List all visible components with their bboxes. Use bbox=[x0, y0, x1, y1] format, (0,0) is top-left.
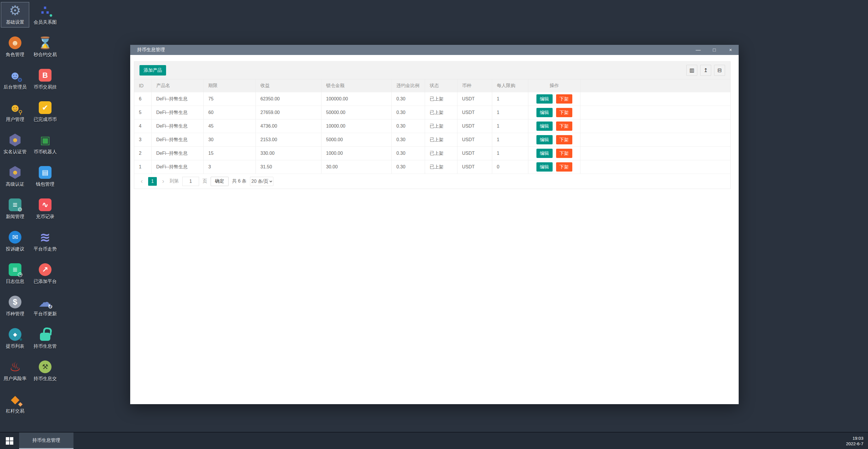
icon-advanced-auth[interactable]: ☻✔高级认证 bbox=[1, 164, 29, 189]
delist-button[interactable]: 下架 bbox=[556, 94, 572, 103]
window-title-bar[interactable]: 持币生息管理 — □ × bbox=[130, 45, 739, 55]
actions-cell: 编辑下架 bbox=[528, 147, 580, 160]
page-size-select[interactable]: 20 条/页 bbox=[250, 177, 273, 186]
delist-button[interactable]: 下架 bbox=[556, 162, 572, 171]
column-header-7: 币种 bbox=[458, 79, 492, 92]
icon-platform-coin-update-art: ☁↻ bbox=[39, 296, 52, 309]
icon-leverage-trade[interactable]: ◆◆杠杆交易 bbox=[1, 391, 29, 416]
icon-coin-management[interactable]: $币种管理 bbox=[1, 294, 29, 319]
close-button[interactable]: × bbox=[722, 45, 739, 55]
start-button[interactable] bbox=[0, 432, 19, 449]
column-header-5: 违约金比例 bbox=[392, 79, 425, 92]
icon-completed-coin-trade-label: 已完成币币 bbox=[31, 117, 59, 123]
edit-button[interactable]: 编辑 bbox=[536, 149, 553, 158]
filter-columns-icon[interactable]: ▥ bbox=[686, 65, 697, 76]
clock-date: 2022-6-7 bbox=[846, 441, 863, 446]
icon-user-risk-rate[interactable]: ♨用户风险率 bbox=[1, 359, 29, 384]
icon-news-management[interactable]: ≡⚙新闻管理 bbox=[1, 197, 29, 222]
icon-realname-auth-art: ☻✔ bbox=[9, 134, 22, 147]
cell: DeFi--持幣生息 bbox=[152, 147, 204, 160]
edit-button[interactable]: 编辑 bbox=[536, 108, 553, 117]
cell: USDT bbox=[458, 106, 492, 119]
edit-button[interactable]: 编辑 bbox=[536, 122, 553, 131]
icon-wallet-management-glyph: ▤ bbox=[42, 169, 49, 176]
icon-coin-trade-pending[interactable]: B币币交易挂 bbox=[31, 67, 59, 92]
filler-cell bbox=[580, 120, 730, 133]
icon-holding-interest-mgmt-label: 持币生息管 bbox=[31, 344, 59, 350]
icon-platform-coin-update[interactable]: ☁↻平台币更新 bbox=[31, 294, 59, 319]
filler-cell bbox=[580, 92, 730, 105]
icon-completed-coin-trade-art: ✔ bbox=[39, 101, 52, 114]
toolbar-right-icons: ▥ ↥ ⊟ bbox=[686, 65, 725, 76]
icon-member-relation-graph[interactable]: ∴●会员关系图 bbox=[31, 2, 59, 27]
add-product-button[interactable]: 添加产品 bbox=[140, 65, 166, 75]
icon-user-management[interactable]: ☻⚲用户管理 bbox=[1, 99, 29, 124]
maximize-button[interactable]: □ bbox=[706, 45, 722, 55]
cell: 1000.00 bbox=[321, 147, 392, 160]
icon-coin-robot[interactable]: ▣币币机器人 bbox=[31, 132, 59, 157]
edit-button[interactable]: 编辑 bbox=[536, 94, 553, 103]
cell: 0 bbox=[492, 160, 528, 173]
cell: 0.30 bbox=[392, 120, 425, 133]
cell: 已上架 bbox=[425, 133, 458, 147]
icon-realname-auth-badge: ✔ bbox=[18, 142, 23, 148]
icon-platform-coin-update-badge: ↻ bbox=[48, 304, 53, 310]
edit-button[interactable]: 编辑 bbox=[536, 162, 553, 171]
cell: 30 bbox=[204, 133, 256, 147]
icon-deposit-record-label: 充币记录 bbox=[31, 214, 59, 220]
cell: 45 bbox=[204, 120, 256, 133]
icon-holding-interest-trade[interactable]: ⚒持币生息交 bbox=[31, 359, 59, 384]
icon-backend-admin[interactable]: ☻⚙后台管理员 bbox=[1, 67, 29, 92]
delist-button[interactable]: 下架 bbox=[556, 135, 572, 145]
table-row: 6DeFi--持幣生息7562350.00100000.000.30已上架USD… bbox=[134, 92, 730, 106]
edit-button[interactable]: 编辑 bbox=[536, 135, 553, 145]
actions-cell: 编辑下架 bbox=[528, 120, 580, 133]
icon-complaints[interactable]: ✉投诉建议 bbox=[1, 229, 29, 254]
pagination-prev[interactable]: ‹ bbox=[139, 178, 145, 185]
icon-withdraw-list-label: 提币列表 bbox=[1, 344, 29, 350]
icon-backend-admin-label: 后台管理员 bbox=[1, 84, 29, 90]
icon-second-contract-trade[interactable]: ⌛秒合约交易 bbox=[31, 35, 59, 60]
icon-coin-trade-pending-glyph: B bbox=[42, 71, 48, 79]
icon-wallet-management[interactable]: ▤钱包管理 bbox=[31, 164, 59, 189]
goto-page-input[interactable] bbox=[182, 177, 199, 186]
icon-withdraw-list[interactable]: ◆●提币列表 bbox=[1, 326, 29, 351]
print-icon[interactable]: ⊟ bbox=[714, 65, 725, 76]
delist-button[interactable]: 下架 bbox=[556, 108, 572, 117]
icon-completed-coin-trade[interactable]: ✔已完成币币 bbox=[31, 99, 59, 124]
icon-role-management-art: ☻ bbox=[9, 36, 22, 49]
clock-time: 19:03 bbox=[846, 436, 863, 441]
icon-log-info[interactable]: ≡◷日志信息 bbox=[1, 261, 29, 286]
confirm-page-button[interactable]: 确定 bbox=[211, 177, 228, 186]
cell: 已上架 bbox=[425, 147, 458, 160]
icon-holding-interest-mgmt-art bbox=[39, 328, 52, 341]
icon-basic-settings[interactable]: ⚙基础设置 bbox=[1, 2, 29, 28]
icon-platform-coin-trend[interactable]: ≋平台币走势 bbox=[31, 229, 59, 254]
minimize-button[interactable]: — bbox=[690, 45, 706, 55]
column-header-4: 锁仓金额 bbox=[321, 79, 392, 92]
icon-news-management-badge: ⚙ bbox=[18, 206, 23, 212]
goto-page-label: 到第 bbox=[169, 178, 179, 184]
pagination-next[interactable]: › bbox=[160, 178, 166, 185]
icon-deposit-record[interactable]: ∿充币记录 bbox=[31, 197, 59, 222]
icon-holding-interest-trade-art: ⚒ bbox=[39, 360, 52, 373]
icon-complaints-label: 投诉建议 bbox=[1, 246, 29, 252]
taskbar-item-active-app[interactable]: 持币生息管理 bbox=[19, 432, 73, 449]
delist-button[interactable]: 下架 bbox=[556, 122, 572, 131]
icon-added-platform[interactable]: ↗已添加平台 bbox=[31, 261, 59, 286]
icon-realname-auth[interactable]: ☻✔实名认证管 bbox=[1, 132, 29, 157]
column-header-8: 每人限购 bbox=[492, 79, 528, 92]
cell: 5000.00 bbox=[321, 133, 392, 147]
cell: 2 bbox=[134, 147, 152, 160]
icon-role-management[interactable]: ☻角色管理 bbox=[1, 35, 29, 60]
icon-log-info-glyph: ≡ bbox=[13, 265, 18, 274]
column-header-0: ID bbox=[134, 79, 152, 92]
delist-button[interactable]: 下架 bbox=[556, 149, 572, 158]
icon-added-platform-label: 已添加平台 bbox=[31, 279, 59, 285]
export-icon[interactable]: ↥ bbox=[700, 65, 711, 76]
icon-advanced-auth-glyph: ☻ bbox=[11, 169, 18, 175]
pagination-page-1[interactable]: 1 bbox=[148, 177, 157, 186]
icon-deposit-record-art: ∿ bbox=[39, 198, 52, 211]
taskbar-clock[interactable]: 19:03 2022-6-7 bbox=[846, 436, 863, 446]
icon-holding-interest-mgmt[interactable]: 持币生息管 bbox=[31, 326, 59, 351]
